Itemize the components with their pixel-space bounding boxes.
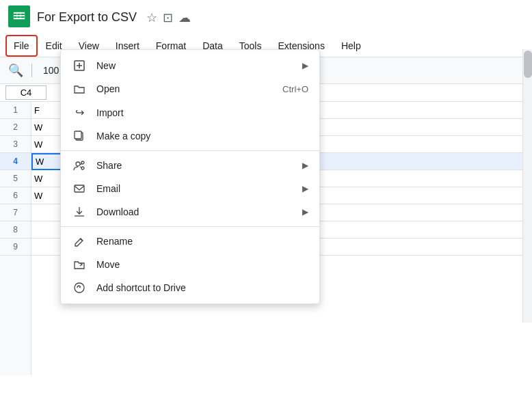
menu-make-copy-label: Make a copy (96, 131, 308, 141)
copy-icon (72, 130, 87, 142)
folder-icon[interactable]: ⊡ (163, 10, 173, 25)
menu-move[interactable]: Move (61, 253, 319, 276)
row-header-7: 7 (0, 204, 31, 221)
svg-rect-17 (75, 185, 84, 192)
rename-icon (72, 235, 87, 247)
svg-rect-1 (14, 12, 25, 14)
scrollbar[interactable] (522, 49, 532, 323)
row-header-6: 6 (0, 187, 31, 204)
menu-download-label: Download (96, 206, 293, 217)
svg-rect-11 (75, 131, 81, 139)
import-icon: ↪ (72, 106, 87, 119)
scrollbar-thumb[interactable] (524, 51, 532, 78)
row-header-1: 1 (0, 102, 31, 119)
menu-share-label: Share (96, 160, 293, 171)
new-arrow: ▶ (302, 61, 308, 70)
move-icon (72, 258, 87, 271)
menu-item-help[interactable]: Help (333, 35, 369, 57)
menu-item-file[interactable]: File (5, 35, 38, 57)
star-icon[interactable]: ☆ (146, 10, 157, 25)
svg-point-12 (76, 162, 80, 166)
zoom-value: 100 (43, 65, 59, 76)
row-header-5: 5 (0, 170, 31, 187)
menu-add-shortcut[interactable]: Add shortcut to Drive (61, 276, 319, 299)
menu-share[interactable]: Share ▶ (61, 154, 319, 177)
share-arrow: ▶ (302, 161, 308, 170)
menu-email[interactable]: Email ▶ (61, 177, 319, 200)
menu-new[interactable]: New ▶ (61, 54, 319, 77)
search-button[interactable]: 🔍 (5, 60, 26, 81)
email-arrow: ▶ (302, 184, 308, 193)
svg-point-16 (81, 167, 84, 170)
row-header-3: 3 (0, 136, 31, 153)
menu-open-label: Open (96, 83, 273, 94)
row-headers: 1 2 3 4 5 6 7 8 9 (0, 102, 31, 375)
menu-move-label: Move (96, 259, 308, 270)
open-icon (72, 83, 87, 95)
download-icon (72, 206, 87, 218)
menu-download[interactable]: Download ▶ (61, 200, 319, 223)
sheets-logo (8, 5, 30, 29)
menu-rename-label: Rename (96, 236, 308, 247)
separator-1 (61, 150, 319, 151)
separator-2 (61, 226, 319, 227)
menu-email-label: Email (96, 183, 293, 194)
menu-new-label: New (96, 60, 293, 71)
svg-point-13 (81, 161, 84, 164)
download-arrow: ▶ (302, 207, 308, 217)
share-icon (72, 159, 87, 172)
menu-add-shortcut-label: Add shortcut to Drive (96, 282, 308, 293)
new-icon (72, 59, 87, 72)
title-bar: For Export to CSV ☆ ⊡ ☁ (0, 0, 532, 35)
menu-open[interactable]: Open Ctrl+O (61, 77, 319, 100)
svg-rect-3 (14, 18, 25, 19)
file-menu-dropdown: New ▶ Open Ctrl+O ↪ Import Make a copy (60, 49, 320, 304)
title-icons: ☆ ⊡ ☁ (146, 10, 191, 25)
menu-rename[interactable]: Rename (61, 230, 319, 253)
svg-rect-2 (14, 15, 25, 16)
row-header-2: 2 (0, 119, 31, 136)
row-header-9: 9 (0, 239, 31, 256)
toolbar-separator-1 (31, 64, 32, 77)
cell-reference-box[interactable] (5, 85, 46, 100)
cloud-icon[interactable]: ☁ (178, 10, 191, 25)
menu-open-shortcut: Ctrl+O (282, 84, 308, 94)
menu-import[interactable]: ↪ Import (61, 100, 319, 124)
shortcut-icon (72, 282, 87, 294)
menu-make-copy[interactable]: Make a copy (61, 124, 319, 148)
email-icon (72, 182, 87, 195)
menu-import-label: Import (96, 107, 308, 118)
row-header-4: 4 (0, 153, 31, 170)
row-header-8: 8 (0, 221, 31, 239)
doc-title: For Export to CSV (37, 10, 137, 25)
